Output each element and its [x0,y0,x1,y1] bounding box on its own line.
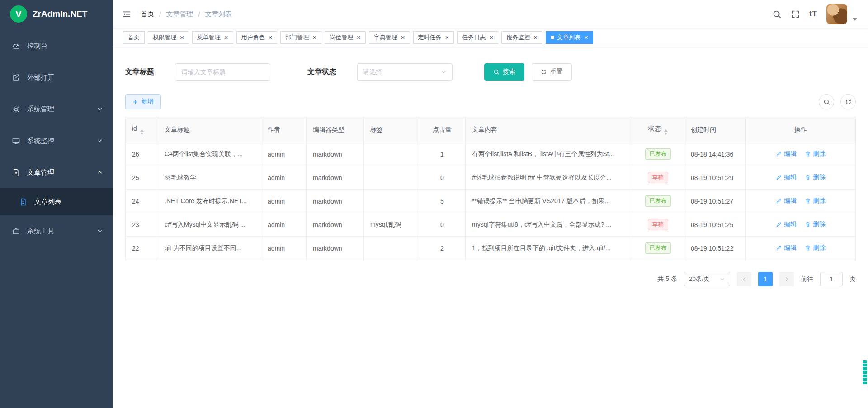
cell-title: .NET Core 发布时提示.NET... [158,190,261,213]
breadcrumb-article-mgmt[interactable]: 文章管理 [166,10,193,19]
filter-form: 文章标题 文章状态 请选择 搜索 重置 [125,63,856,81]
edit-button[interactable]: 编辑 [776,173,797,181]
tab-label: 字典管理 [374,33,397,42]
add-button[interactable]: 新增 [125,94,161,109]
goto-page-input[interactable] [820,272,843,286]
next-page-button[interactable] [779,272,794,286]
logo-letter: V [15,9,21,19]
cell-tags: mysql,乱码 [364,213,419,237]
breadcrumb-home[interactable]: 首页 [141,10,154,19]
reset-button[interactable]: 重置 [532,63,572,81]
font-size-icon[interactable]: tT [809,9,817,19]
edit-button[interactable]: 编辑 [776,244,797,252]
delete-button[interactable]: 删除 [805,244,826,252]
chevron-left-icon [741,276,747,282]
user-menu-caret-icon[interactable] [853,18,857,21]
page-content: 文章标题 文章状态 请选择 搜索 重置 [113,47,868,408]
refresh-button[interactable] [840,94,856,109]
sidebar-item-article-mgmt[interactable]: 文章管理 [0,157,113,188]
tab-label: 服务监控 [506,33,530,42]
sidebar-item-system-tools[interactable]: 系统工具 [0,215,113,247]
cell-author: admin [261,213,307,237]
article-title-input[interactable] [175,63,270,81]
cell-title: C#两个list集合实现关联，... [158,142,261,166]
delete-button[interactable]: 删除 [805,173,826,181]
edit-button[interactable]: 编辑 [776,150,797,158]
column-header-status[interactable]: 状态 [632,117,684,142]
sidebar-item-external-open[interactable]: 外部打开 [0,62,113,93]
cell-created: 08-19 10:51:27 [684,190,746,213]
tab-scheduled-tasks[interactable]: 定时任务× [413,31,454,44]
search-icon[interactable] [772,9,782,19]
sidebar-item-system-monitor[interactable]: 系统监控 [0,125,113,157]
edit-button[interactable]: 编辑 [776,197,797,205]
edit-button[interactable]: 编辑 [776,220,797,228]
cell-status: 草稿 [632,166,684,190]
scrollbar-thumb[interactable] [863,360,867,384]
close-icon[interactable]: × [401,34,405,41]
article-status-select[interactable]: 请选择 [357,63,453,81]
tabs-bar: 首页 权限管理× 菜单管理× 用户角色× 部门管理× 岗位管理× 字典管理× 定… [113,28,868,47]
chevron-up-icon [97,169,103,176]
close-icon[interactable]: × [584,34,588,41]
edit-icon [776,198,782,204]
tab-user-roles[interactable]: 用户角色× [236,31,278,44]
close-icon[interactable]: × [224,34,228,41]
cell-actions: 编辑删除 [746,237,856,260]
toggle-search-button[interactable] [819,94,834,109]
sidebar-fold-icon[interactable] [122,9,132,19]
reset-button-label: 重置 [550,68,563,76]
close-icon[interactable]: × [180,34,184,41]
tab-task-logs[interactable]: 任务日志× [457,31,498,44]
close-icon[interactable]: × [312,34,316,41]
tab-home[interactable]: 首页 [123,31,145,44]
close-icon[interactable]: × [357,34,361,41]
search-button[interactable]: 搜索 [484,63,524,81]
cell-clicks: 0 [419,166,466,190]
close-icon[interactable]: × [533,34,538,41]
tab-label: 首页 [128,33,140,42]
table-row: 25 羽毛球教学 admin markdown 0 #羽毛球拍参数说明 ## 中… [126,166,856,190]
tab-permissions[interactable]: 权限管理× [148,31,189,44]
delete-button[interactable]: 删除 [805,220,826,228]
close-icon[interactable]: × [269,34,273,41]
cell-content: mysql字符集utf8，c#写入中文后，全部显示成? ... [466,213,632,237]
page-unit-label: 页 [849,275,856,283]
tab-post-mgmt[interactable]: 岗位管理× [325,31,366,44]
delete-button[interactable]: 删除 [805,150,826,158]
column-header-title: 文章标题 [158,117,261,142]
delete-button[interactable]: 删除 [805,197,826,205]
tab-menu-mgmt[interactable]: 菜单管理× [192,31,233,44]
sidebar-item-system-mgmt[interactable]: 系统管理 [0,93,113,125]
cell-clicks: 1 [419,142,466,166]
cell-actions: 编辑删除 [746,213,856,237]
article-title-label: 文章标题 [125,67,154,77]
sidebar-subitem-article-list[interactable]: 文章列表 [0,188,113,215]
status-badge: 已发布 [645,242,671,253]
tab-label: 文章列表 [557,33,580,42]
column-header-id[interactable]: id [126,117,158,142]
tab-dict-mgmt[interactable]: 字典管理× [369,31,410,44]
tab-service-monitor[interactable]: 服务监控× [501,31,542,44]
column-header-tags: 标签 [364,117,419,142]
sidebar-item-dashboard[interactable]: 控制台 [0,30,113,62]
refresh-icon [845,99,852,105]
table-tools [819,94,856,109]
fullscreen-icon[interactable] [791,9,800,19]
user-avatar[interactable] [826,4,847,24]
tab-article-list[interactable]: 文章列表× [546,31,593,44]
page-size-select[interactable]: 20条/页 [684,272,730,286]
trash-icon [805,174,811,180]
app-title: ZrAdmin.NET [33,9,87,19]
cell-author: admin [261,237,307,260]
trash-icon [805,245,811,251]
status-badge: 已发布 [645,195,671,206]
close-icon[interactable]: × [489,34,493,41]
document-icon [12,168,21,177]
page-number-button[interactable]: 1 [758,272,773,286]
tab-dept-mgmt[interactable]: 部门管理× [280,31,321,44]
cell-created: 08-19 10:51:29 [684,166,746,190]
close-icon[interactable]: × [445,34,449,41]
app-logo: V ZrAdmin.NET [0,0,113,28]
prev-page-button[interactable] [737,272,751,286]
